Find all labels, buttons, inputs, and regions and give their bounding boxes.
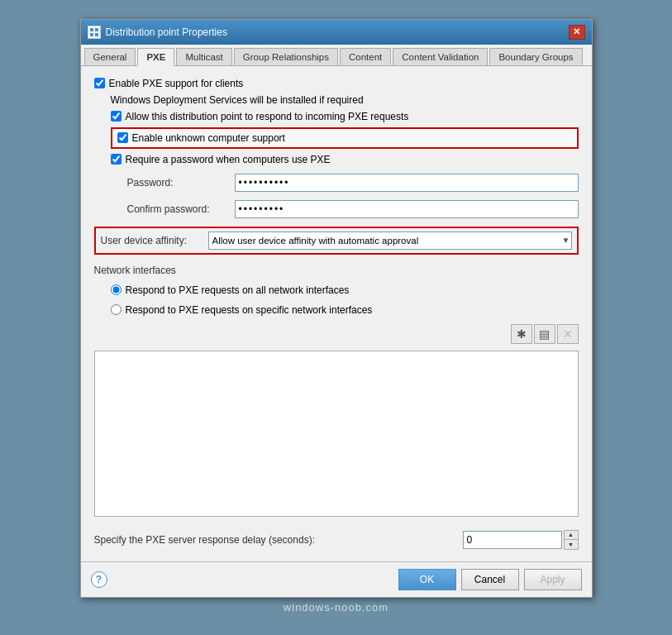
dialog-title: Distribution point Properties (106, 26, 227, 38)
dialog-window: Distribution point Properties ✕ General … (80, 19, 593, 598)
cancel-button[interactable]: Cancel (461, 569, 519, 590)
enable-unknown-checkbox[interactable] (117, 132, 128, 143)
list-button[interactable]: ▤ (534, 324, 555, 344)
svg-rect-3 (95, 33, 98, 36)
delay-spinner: ▲ ▼ (463, 530, 579, 550)
tab-pxe[interactable]: PXE (137, 48, 174, 66)
network-interfaces-section: Network interfaces (94, 265, 579, 276)
tab-content-area: Enable PXE support for clients Windows D… (81, 66, 592, 561)
enable-pxe-row: Enable PXE support for clients (94, 78, 579, 89)
password-input[interactable] (235, 174, 579, 192)
apply-button[interactable]: Apply (524, 569, 582, 590)
tab-boundary-groups[interactable]: Boundary Groups (489, 48, 582, 65)
wds-note: Windows Deployment Services will be inst… (111, 94, 579, 106)
radio-all-interfaces[interactable] (111, 284, 122, 295)
user-affinity-dropdown-wrap: Do not use user device affinity Allow us… (208, 232, 572, 250)
tab-group-relationships[interactable]: Group Relationships (234, 48, 338, 65)
svg-rect-2 (90, 33, 93, 36)
tab-multicast[interactable]: Multicast (176, 48, 231, 65)
tab-content-validation[interactable]: Content Validation (393, 48, 488, 65)
svg-rect-0 (90, 28, 93, 31)
allow-respond-label: Allow this distribution point to respond… (126, 111, 409, 122)
help-button[interactable]: ? (91, 571, 107, 588)
network-interfaces-list (94, 351, 579, 517)
title-bar: Distribution point Properties ✕ (81, 20, 592, 45)
spinner-up-button[interactable]: ▲ (565, 531, 578, 540)
require-password-row: Require a password when computers use PX… (111, 154, 579, 165)
radio-all-interfaces-row: Respond to PXE requests on all network i… (111, 284, 579, 296)
allow-respond-checkbox[interactable] (111, 111, 122, 122)
require-password-checkbox[interactable] (111, 154, 122, 165)
confirm-password-label: Confirm password: (127, 203, 235, 215)
footer: ? OK Cancel Apply (81, 561, 592, 597)
user-affinity-select[interactable]: Do not use user device affinity Allow us… (208, 232, 572, 250)
app-icon (88, 26, 101, 39)
radio-all-label: Respond to PXE requests on all network i… (126, 284, 350, 296)
delete-button[interactable]: ✕ (557, 324, 579, 344)
ok-button[interactable]: OK (398, 569, 456, 590)
spinner-down-button[interactable]: ▼ (565, 540, 578, 549)
password-row: Password: (127, 174, 579, 192)
radio-specific-interfaces-row: Respond to PXE requests on specific netw… (111, 304, 579, 316)
title-bar-left: Distribution point Properties (88, 26, 227, 39)
enable-pxe-label: Enable PXE support for clients (109, 78, 244, 89)
confirm-password-row: Confirm password: (127, 200, 579, 218)
user-affinity-label: User device affinity: (101, 235, 208, 246)
delay-row: Specify the PXE server response delay (s… (94, 530, 579, 550)
spinner-buttons: ▲ ▼ (564, 530, 579, 550)
enable-unknown-label: Enable unknown computer support (132, 132, 285, 144)
require-password-label: Require a password when computers use PX… (126, 154, 331, 165)
enable-unknown-highlight: Enable unknown computer support (111, 127, 579, 149)
footer-buttons: OK Cancel Apply (398, 569, 582, 590)
radio-specific-interfaces[interactable] (111, 304, 122, 315)
delay-input[interactable] (463, 531, 562, 549)
tab-general[interactable]: General (84, 48, 136, 65)
password-label: Password: (127, 177, 235, 189)
tab-bar: General PXE Multicast Group Relationship… (81, 45, 592, 66)
radio-specific-label: Respond to PXE requests on specific netw… (126, 304, 373, 316)
svg-rect-1 (95, 28, 98, 31)
close-button[interactable]: ✕ (569, 25, 585, 40)
add-button[interactable]: ✱ (511, 324, 532, 344)
tab-content[interactable]: Content (340, 48, 391, 65)
delay-label: Specify the PXE server response delay (s… (94, 534, 463, 546)
allow-respond-row: Allow this distribution point to respond… (111, 111, 579, 122)
user-affinity-highlight: User device affinity: Do not use user de… (94, 227, 579, 255)
watermark: windows-noob.com (280, 598, 392, 617)
confirm-password-input[interactable] (235, 200, 579, 218)
toolbar-row: ✱ ▤ ✕ (94, 324, 579, 344)
enable-pxe-checkbox[interactable] (94, 78, 105, 88)
